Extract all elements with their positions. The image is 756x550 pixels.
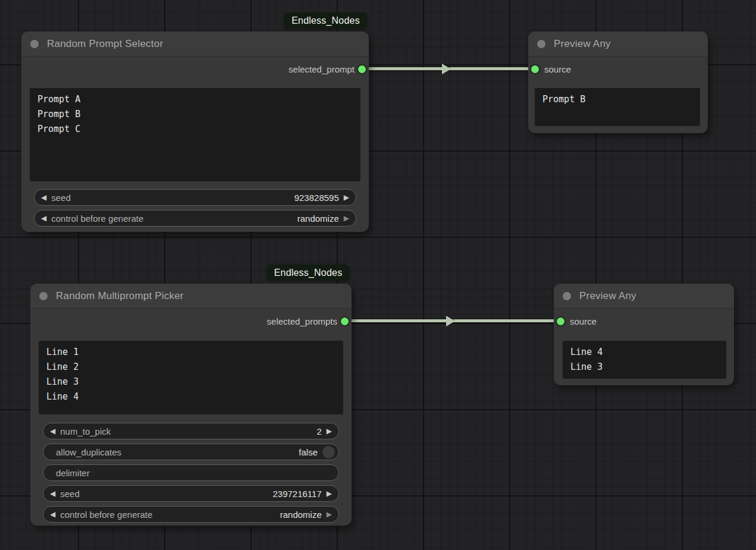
widget-control-before-generate[interactable]: ◀ control before generate randomize ▶ [43, 506, 339, 523]
node-title: Random Multiprompt Picker [56, 290, 184, 302]
widget-label: seed [60, 489, 80, 499]
badge-label: Endless_Nodes [291, 15, 360, 26]
output-slot-selected-prompts: selected_prompts [30, 309, 352, 334]
node-title: Random Prompt Selector [47, 38, 163, 50]
widget-value: randomize [280, 510, 322, 520]
decrement-arrow-icon[interactable]: ◀ [50, 511, 55, 518]
node-random-multiprompt-picker[interactable]: Random Multiprompt Picker selected_promp… [30, 284, 352, 526]
widget-value: 2 [316, 426, 321, 436]
increment-arrow-icon[interactable]: ▶ [327, 490, 332, 497]
input-slot-source: source [528, 56, 708, 81]
increment-arrow-icon[interactable]: ▶ [344, 194, 349, 201]
widget-label: seed [51, 193, 71, 203]
output-port-icon[interactable] [341, 318, 349, 325]
widget-value: 923828595 [294, 193, 339, 203]
output-slot-selected-prompt: selected_prompt [21, 56, 369, 81]
node-header[interactable]: Random Multiprompt Picker [30, 284, 352, 309]
node-header[interactable]: Preview Any [554, 284, 734, 309]
widget-value: randomize [297, 213, 339, 224]
badge-label: Endless_Nodes [274, 268, 343, 278]
widget-control-before-generate[interactable]: ◀ control before generate randomize ▶ [34, 210, 356, 227]
output-port-icon[interactable] [358, 65, 366, 73]
node-graph-canvas[interactable]: Endless_Nodes Endless_Nodes Random Promp… [0, 0, 756, 550]
node-preview-any-top[interactable]: Preview Any source Prompt B [528, 32, 708, 133]
widget-label: control before generate [51, 213, 143, 224]
prompts-textarea[interactable]: Line 1 Line 2 Line 3 Line 4 [39, 341, 343, 414]
input-port-icon[interactable] [557, 318, 564, 325]
preview-textarea: Line 4 Line 3 [563, 341, 726, 379]
widget-seed[interactable]: ◀ seed 2397216117 ▶ [43, 485, 339, 502]
node-header[interactable]: Random Prompt Selector [21, 32, 369, 56]
widget-label: allow_duplicates [56, 447, 121, 457]
widget-delimiter[interactable]: delimiter [43, 464, 339, 481]
decrement-arrow-icon[interactable]: ◀ [50, 428, 55, 435]
toggle-off-icon[interactable] [322, 446, 335, 458]
widget-label: delimiter [56, 468, 90, 478]
decrement-arrow-icon[interactable]: ◀ [41, 194, 46, 201]
increment-arrow-icon[interactable]: ▶ [344, 215, 349, 222]
node-title: Preview Any [554, 38, 611, 50]
collapse-dot-icon[interactable] [563, 292, 571, 300]
collapse-dot-icon[interactable] [537, 40, 545, 48]
increment-arrow-icon[interactable]: ▶ [327, 428, 332, 435]
decrement-arrow-icon[interactable]: ◀ [41, 215, 46, 222]
node-category-badge: Endless_Nodes [266, 265, 350, 281]
output-slot-label: selected_prompts [267, 316, 337, 326]
node-title: Preview Any [579, 290, 636, 302]
output-slot-label: selected_prompt [288, 64, 355, 74]
node-random-prompt-selector[interactable]: Random Prompt Selector selected_prompt P… [21, 32, 369, 232]
input-slot-source: source [554, 309, 734, 334]
widget-label: num_to_pick [60, 426, 111, 436]
collapse-dot-icon[interactable] [39, 292, 48, 300]
collapse-dot-icon[interactable] [30, 40, 39, 48]
decrement-arrow-icon[interactable]: ◀ [50, 490, 55, 497]
node-header[interactable]: Preview Any [528, 32, 708, 56]
node-category-badge: Endless_Nodes [284, 12, 368, 29]
preview-textarea: Prompt B [535, 88, 700, 126]
widget-value: 2397216117 [272, 489, 321, 499]
widget-num-to-pick[interactable]: ◀ num_to_pick 2 ▶ [43, 423, 339, 439]
input-slot-label: source [570, 316, 597, 326]
input-port-icon[interactable] [531, 65, 539, 73]
wire-arrow-icon [446, 316, 455, 326]
prompts-textarea[interactable]: Prompt A Prompt B Prompt C [30, 88, 360, 181]
input-slot-label: source [544, 64, 571, 74]
widget-allow-duplicates[interactable]: allow_duplicates false [43, 444, 339, 460]
widget-value: false [299, 447, 318, 457]
widget-seed[interactable]: ◀ seed 923828595 ▶ [34, 189, 356, 206]
node-preview-any-bottom[interactable]: Preview Any source Line 4 Line 3 [554, 284, 734, 385]
wire-arrow-icon [442, 64, 451, 74]
increment-arrow-icon[interactable]: ▶ [327, 511, 332, 518]
widget-label: control before generate [60, 510, 152, 520]
